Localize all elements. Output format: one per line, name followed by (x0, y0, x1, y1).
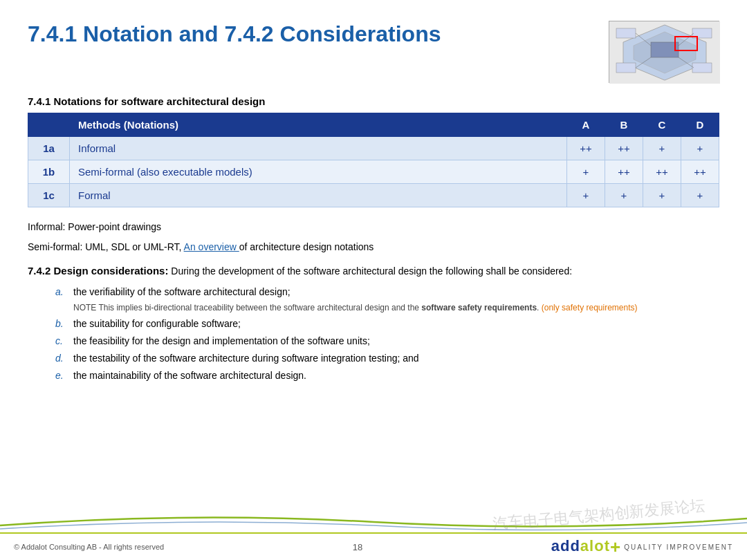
cell-c: ++ (643, 160, 681, 184)
th-b: B (605, 113, 643, 137)
cell-b: ++ (605, 160, 643, 184)
cell-method: Semi-formal (also executable models) (70, 160, 567, 184)
list-item-row: c.the feasibility for the design and imp… (55, 334, 719, 348)
footer-copyright: © Addalot Consulting AB - All rights res… (14, 543, 164, 551)
footer-logo: addalot+ (551, 536, 621, 558)
cell-d: + (681, 137, 719, 160)
cell-c: + (643, 137, 681, 160)
list-item-row: e.the maintainability of the software ar… (55, 368, 719, 383)
cell-id: 1a (28, 137, 70, 160)
list-item: e.the maintainability of the software ar… (55, 368, 719, 383)
list-text: the testability of the software architec… (73, 351, 419, 366)
cell-a: + (567, 160, 605, 184)
list-item: a.the verifiability of the software arch… (55, 285, 719, 314)
cell-a: + (567, 184, 605, 207)
cell-method: Informal (70, 137, 567, 160)
cell-b: + (605, 184, 643, 207)
header-row: 7.4.1 Notation and 7.4.2 Considerations (28, 21, 719, 83)
footer-tagline: QUALITY IMPROVEMENT (624, 543, 733, 551)
th-methods: Methods (Notations) (70, 113, 567, 137)
list-letter: e. (55, 368, 69, 383)
list-text: the suitability for configurable softwar… (73, 317, 241, 331)
diagram-thumbnail (609, 21, 719, 83)
list-letter: a. (55, 285, 69, 299)
green-curves (0, 512, 747, 532)
cell-d: ++ (681, 160, 719, 184)
table-row: 1b Semi-formal (also executable models) … (28, 160, 719, 184)
list-item: d.the testability of the software archit… (55, 351, 719, 366)
list-text: the feasibility for the design and imple… (73, 334, 370, 348)
cell-a: ++ (567, 137, 605, 160)
cell-d: + (681, 184, 719, 207)
section-742-heading: 7.4.2 Design considerations: During the … (28, 263, 719, 279)
cell-id: 1c (28, 184, 70, 207)
note-semiformal: Semi-formal: UML, SDL or UML-RT, An over… (28, 240, 719, 254)
list-letter: b. (55, 317, 69, 331)
slide-container: 7.4.1 Notation and 7.4.2 Considerations (0, 0, 747, 560)
notation-table: Methods (Notations) A B C D 1a Informal … (28, 113, 719, 207)
list-item-note: NOTE This implies bi-directional traceab… (73, 302, 719, 314)
th-c: C (643, 113, 681, 137)
table-row: 1a Informal ++ ++ + + (28, 137, 719, 160)
cell-c: + (643, 184, 681, 207)
list-item-row: d.the testability of the software archit… (55, 351, 719, 366)
cell-method: Formal (70, 184, 567, 207)
list-item: b.the suitability for configurable softw… (55, 317, 719, 331)
svg-rect-4 (616, 28, 636, 38)
footer-page: 18 (353, 542, 362, 552)
list-item-row: a.the verifiability of the software arch… (55, 285, 719, 299)
list-text: the maintainability of the software arch… (73, 368, 306, 383)
cell-id: 1b (28, 160, 70, 184)
list-text: the verifiability of the software archit… (73, 285, 290, 299)
watermark: 汽车电子电气架构创新发展论坛 (492, 496, 706, 535)
footer: © Addalot Consulting AB - All rights res… (0, 532, 747, 560)
table-header-row: Methods (Notations) A B C D (28, 113, 719, 137)
list-letter: c. (55, 334, 69, 348)
overview-link[interactable]: An overview (184, 241, 239, 252)
cell-b: ++ (605, 137, 643, 160)
svg-rect-6 (616, 63, 636, 73)
note-informal: Informal: Power-point drawings (28, 220, 719, 234)
list-item-row: b.the suitability for configurable softw… (55, 317, 719, 331)
th-id (28, 113, 70, 137)
list-letter: d. (55, 351, 69, 366)
th-d: D (681, 113, 719, 137)
table-row: 1c Formal + + + + (28, 184, 719, 207)
slide-title: 7.4.1 Notation and 7.4.2 Considerations (28, 21, 609, 47)
list-item: c.the feasibility for the design and imp… (55, 334, 719, 348)
svg-rect-7 (692, 63, 712, 73)
section-subtitle: 7.4.1 Notations for software architectur… (28, 95, 719, 107)
footer-right: addalot+ QUALITY IMPROVEMENT (551, 536, 733, 558)
section-742: 7.4.2 Design considerations: During the … (28, 263, 719, 383)
th-a: A (567, 113, 605, 137)
thumbnail-svg (609, 21, 720, 84)
